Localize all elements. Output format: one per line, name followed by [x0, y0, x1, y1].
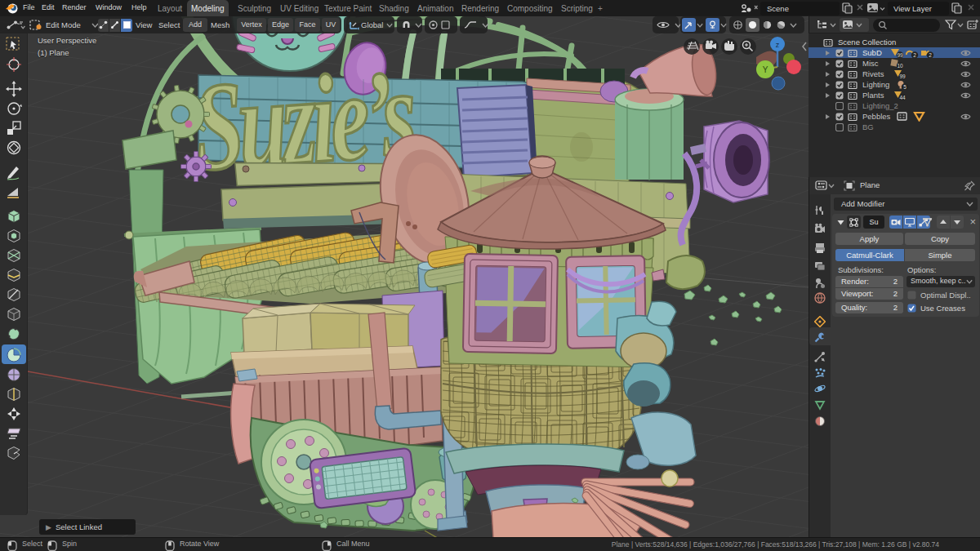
- svg-text:z: z: [776, 41, 780, 49]
- svg-text:Y: Y: [763, 65, 768, 74]
- svg-text:2: 2: [913, 52, 916, 58]
- svg-text:99: 99: [897, 52, 903, 58]
- svg-text:10: 10: [897, 63, 903, 69]
- svg-text:5: 5: [903, 84, 906, 90]
- svg-text:44: 44: [899, 95, 906, 100]
- svg-text:99: 99: [899, 73, 906, 79]
- svg-text:2: 2: [929, 52, 932, 58]
